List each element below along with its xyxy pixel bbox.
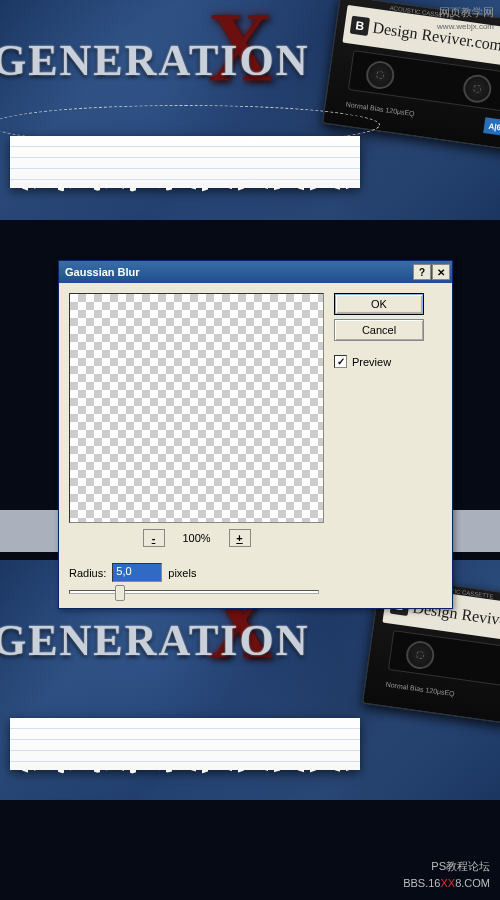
dialog-body: - 100% + Radius: 5,0 pixels OK Cancel ✓ … — [59, 283, 452, 608]
preview-column: - 100% + Radius: 5,0 pixels — [69, 293, 324, 598]
button-column: OK Cancel ✓ Preview — [334, 293, 429, 598]
dialog-titlebar[interactable]: Gaussian Blur ? ✕ — [59, 261, 452, 283]
slider-track[interactable] — [69, 590, 319, 594]
preview-checkbox-label: Preview — [352, 356, 391, 368]
logo-text-bottom: GENERATION — [0, 615, 309, 666]
watermark-bottom: PS教程论坛 BBS.16XX8.COM — [403, 858, 490, 892]
cassette-side-badge: B — [350, 16, 370, 36]
cassette-reel-left-b — [404, 639, 436, 671]
cassette-reel-left — [364, 59, 396, 91]
preview-checkbox[interactable]: ✓ — [334, 355, 347, 368]
paper-scrap-bottom — [10, 718, 360, 770]
cassette-reel-right — [461, 73, 493, 105]
radius-row: Radius: 5,0 pixels — [69, 563, 324, 582]
paper-scrap — [10, 136, 360, 188]
gaussian-blur-dialog: Gaussian Blur ? ✕ - 100% + Radius: 5,0 p… — [58, 260, 453, 609]
slider-thumb[interactable] — [115, 585, 125, 601]
radius-input[interactable]: 5,0 — [112, 563, 162, 582]
ok-button[interactable]: OK — [334, 293, 424, 315]
preview-checkbox-row: ✓ Preview — [334, 355, 391, 368]
radius-slider[interactable] — [69, 586, 324, 598]
cancel-button[interactable]: Cancel — [334, 319, 424, 341]
watermark-bottom-bbs: BBS.16XX8.COM — [403, 877, 490, 889]
zoom-controls: - 100% + — [69, 529, 324, 547]
cassette-a-badge: A|60 — [483, 117, 500, 136]
zoom-in-button[interactable]: + — [229, 529, 251, 547]
banner-top: X GENERATION ACOUSTIC CASSETTE B Design … — [0, 0, 500, 220]
logo-text: GENERATION — [0, 35, 309, 86]
titlebar-buttons: ? ✕ — [413, 264, 450, 280]
close-button[interactable]: ✕ — [432, 264, 450, 280]
zoom-out-button[interactable]: - — [143, 529, 165, 547]
watermark-top: 网页教学网 www.webjx.com — [437, 6, 494, 32]
radius-label: Radius: — [69, 567, 106, 579]
watermark-top-text: 网页教学网 — [439, 6, 494, 18]
cassette-bias-info-b: Normal Bias 120µsEQ — [385, 681, 455, 698]
watermark-top-url: www.webjx.com — [437, 22, 494, 31]
dialog-title: Gaussian Blur — [65, 266, 140, 278]
watermark-bottom-line1: PS教程论坛 — [431, 860, 490, 872]
preview-canvas[interactable] — [69, 293, 324, 523]
zoom-value: 100% — [177, 532, 217, 544]
help-button[interactable]: ? — [413, 264, 431, 280]
radius-unit: pixels — [168, 567, 196, 579]
